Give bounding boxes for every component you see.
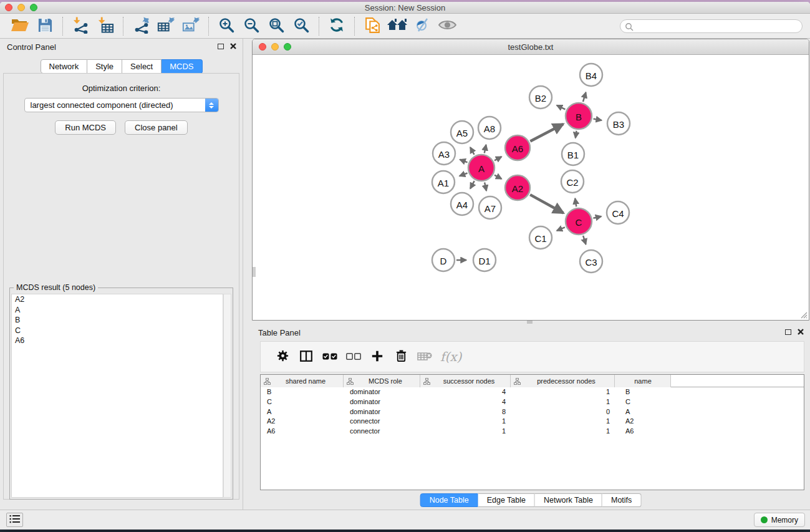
graph-node-B2[interactable]: B2 bbox=[529, 86, 552, 109]
table-cell[interactable]: 1 bbox=[511, 397, 615, 407]
close-panel-button[interactable]: Close panel bbox=[125, 120, 188, 135]
graph-node-C2[interactable]: C2 bbox=[561, 170, 584, 193]
table-cell[interactable]: dominator bbox=[344, 387, 420, 397]
select-all-button[interactable] bbox=[318, 346, 342, 368]
graph-edge-A-A6[interactable] bbox=[494, 157, 501, 160]
graph-node-B4[interactable]: B4 bbox=[580, 64, 602, 86]
table-cell[interactable]: C bbox=[615, 397, 671, 407]
graph-node-B[interactable]: B bbox=[566, 103, 592, 129]
graph-edge-C-C4[interactable] bbox=[593, 216, 601, 218]
search-input[interactable] bbox=[635, 21, 797, 32]
export-network-button[interactable] bbox=[128, 16, 153, 36]
zoom-window-button[interactable] bbox=[30, 4, 37, 11]
table-cell[interactable]: 0 bbox=[511, 407, 615, 417]
graph-edge-A-A2[interactable] bbox=[494, 175, 501, 179]
table-cell[interactable]: 4 bbox=[420, 397, 511, 407]
mcds-result-item[interactable]: C bbox=[12, 326, 223, 336]
network-canvas[interactable]: AA1A2A3A4A5A6A7A8BB1B2B3B4CC1C2C3C4DD1 bbox=[253, 55, 809, 320]
close-table-panel-icon[interactable] bbox=[798, 329, 804, 335]
graph-edge-A-A3[interactable] bbox=[460, 160, 468, 163]
column-view-button[interactable] bbox=[294, 346, 318, 368]
graph-edge-C-C1[interactable] bbox=[557, 227, 565, 231]
hide-selected-button[interactable] bbox=[410, 16, 435, 36]
import-table-button[interactable] bbox=[93, 16, 118, 36]
table-cell[interactable]: A2 bbox=[615, 417, 671, 427]
splitter-handle[interactable] bbox=[527, 321, 533, 324]
criterion-dropdown[interactable]: largest connected component (directed) bbox=[24, 98, 219, 112]
graph-node-B3[interactable]: B3 bbox=[607, 112, 630, 135]
mcds-result-list[interactable]: A2ABCA6 bbox=[11, 294, 223, 498]
first-neighbors-button[interactable] bbox=[385, 16, 410, 36]
graph-edge-B-B4[interactable] bbox=[583, 92, 586, 102]
table-cell[interactable]: B bbox=[261, 387, 344, 397]
graph-node-A4[interactable]: A4 bbox=[451, 193, 473, 215]
graph-node-C3[interactable]: C3 bbox=[580, 250, 602, 273]
show-panels-menu-button[interactable] bbox=[6, 513, 23, 527]
table-cell[interactable]: A bbox=[261, 407, 344, 417]
table-cell[interactable]: A6 bbox=[261, 427, 344, 437]
close-window-button[interactable] bbox=[5, 4, 12, 11]
graph-node-B1[interactable]: B1 bbox=[562, 143, 584, 165]
float-panel-icon[interactable] bbox=[218, 44, 224, 49]
graph-node-A3[interactable]: A3 bbox=[433, 142, 455, 165]
table-cell[interactable]: 4 bbox=[420, 387, 511, 397]
table-row[interactable]: A6connector11A6 bbox=[261, 427, 804, 437]
zoom-in-button[interactable] bbox=[214, 16, 239, 36]
graph-node-A6[interactable]: A6 bbox=[505, 135, 530, 160]
table-cell[interactable]: C bbox=[261, 397, 344, 407]
table-cell[interactable]: 1 bbox=[420, 417, 511, 427]
network-window-titlebar[interactable]: testGlobe.txt bbox=[253, 39, 809, 55]
table-tab-network-table[interactable]: Network Table bbox=[535, 493, 602, 507]
table-row[interactable]: Adominator80A bbox=[261, 407, 804, 417]
zoom-fit-button[interactable] bbox=[264, 16, 289, 36]
table-cell[interactable]: A bbox=[615, 407, 671, 417]
graph-node-D1[interactable]: D1 bbox=[473, 249, 496, 271]
table-row[interactable]: Bdominator41B bbox=[261, 387, 804, 397]
graph-edge-B-B3[interactable] bbox=[594, 118, 602, 120]
graph-edge-C-C2[interactable] bbox=[575, 198, 576, 206]
close-panel-icon[interactable] bbox=[230, 43, 236, 49]
graph-edge-A-A8[interactable] bbox=[485, 145, 486, 153]
refresh-view-button[interactable] bbox=[324, 16, 349, 36]
column-header-name[interactable]: name bbox=[615, 375, 671, 387]
minimize-window-button[interactable] bbox=[17, 4, 25, 11]
table-cell[interactable]: A2 bbox=[261, 417, 344, 427]
graph-node-C[interactable]: C bbox=[566, 208, 592, 235]
table-cell[interactable]: connector bbox=[344, 417, 420, 427]
graph-edge-B-B1[interactable] bbox=[576, 131, 577, 138]
table-tab-motifs[interactable]: Motifs bbox=[602, 493, 641, 507]
graph-node-A2[interactable]: A2 bbox=[505, 175, 530, 200]
show-all-button[interactable] bbox=[435, 16, 460, 36]
graph-edge-A-A4[interactable] bbox=[470, 181, 474, 188]
mcds-result-item[interactable]: A6 bbox=[12, 336, 223, 346]
table-cell[interactable]: 1 bbox=[511, 387, 615, 397]
graph-node-C1[interactable]: C1 bbox=[529, 226, 552, 249]
table-cell[interactable]: 8 bbox=[420, 407, 511, 417]
save-session-button[interactable] bbox=[32, 16, 57, 36]
zoom-selected-button[interactable] bbox=[289, 16, 314, 36]
tab-network[interactable]: Network bbox=[40, 59, 87, 74]
memory-button[interactable]: Memory bbox=[754, 513, 805, 527]
table-row[interactable]: Cdominator41C bbox=[261, 397, 804, 407]
graph-edge-A-A5[interactable] bbox=[470, 147, 474, 155]
column-header-successor-nodes[interactable]: successor nodes bbox=[420, 375, 511, 387]
float-table-panel-icon[interactable] bbox=[785, 329, 791, 335]
graph-node-A5[interactable]: A5 bbox=[451, 121, 473, 143]
graph-edge-A6-B[interactable] bbox=[530, 124, 563, 141]
graph-node-A1[interactable]: A1 bbox=[432, 171, 455, 193]
table-row[interactable]: A2connector11A2 bbox=[261, 417, 804, 427]
graph-edge-C-C3[interactable] bbox=[583, 236, 586, 244]
table-cell[interactable]: B bbox=[615, 387, 671, 397]
window-resize-grip[interactable] bbox=[799, 311, 808, 319]
table-cell[interactable]: 1 bbox=[420, 427, 511, 437]
graph-edge-A2-C[interactable] bbox=[530, 195, 563, 213]
graph-edge-A-A1[interactable] bbox=[460, 173, 468, 176]
table-cell[interactable]: 1 bbox=[511, 427, 615, 437]
column-header-predecessor-nodes[interactable]: predecessor nodes bbox=[511, 375, 615, 387]
table-cell[interactable]: connector bbox=[344, 427, 420, 437]
table-settings-button[interactable] bbox=[271, 346, 294, 368]
tab-mcds[interactable]: MCDS bbox=[162, 59, 202, 74]
function-builder-fx-icon[interactable]: f(x) bbox=[440, 349, 461, 364]
table-tab-edge-table[interactable]: Edge Table bbox=[478, 493, 535, 507]
zoom-out-button[interactable] bbox=[239, 16, 264, 36]
